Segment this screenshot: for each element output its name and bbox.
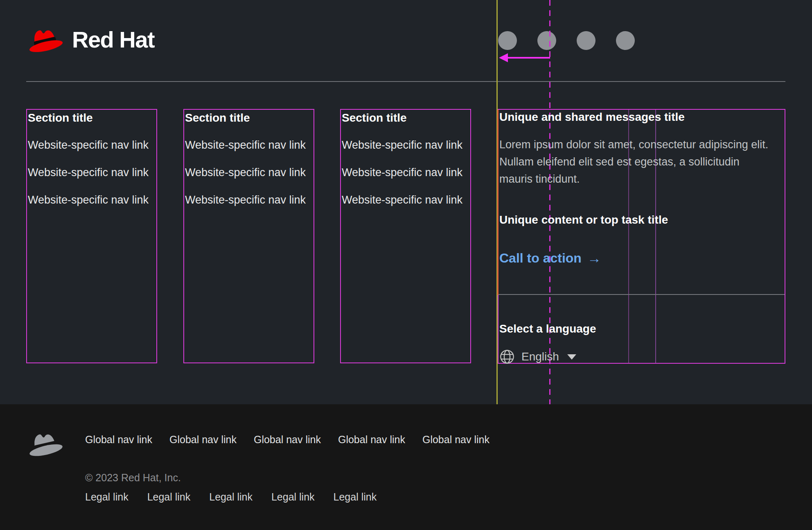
globe-icon bbox=[499, 349, 515, 365]
redhat-logo[interactable]: Red Hat bbox=[25, 25, 154, 55]
header-divider bbox=[26, 81, 785, 82]
global-nav-link[interactable]: Global nav link bbox=[254, 433, 321, 446]
legal-link[interactable]: Legal link bbox=[85, 491, 129, 503]
legal-link[interactable]: Legal link bbox=[271, 491, 315, 503]
call-to-action-label: Call to action bbox=[499, 249, 582, 267]
top-task-title: Unique content or top task title bbox=[499, 213, 668, 227]
redhat-hat-icon bbox=[25, 25, 65, 55]
social-icon-placeholder-1[interactable] bbox=[498, 31, 517, 50]
website-nav-link[interactable]: Website-specific nav link bbox=[185, 138, 314, 152]
website-nav-link[interactable]: Website-specific nav link bbox=[28, 193, 156, 206]
messages-body-line: Nullam eleifend elit sed est egestas, a … bbox=[499, 153, 768, 170]
copyright-text: © 2023 Red Hat, Inc. bbox=[85, 471, 181, 484]
nav-column-3: Section title Website-specific nav link … bbox=[340, 109, 471, 363]
website-nav-link[interactable]: Website-specific nav link bbox=[28, 138, 156, 152]
language-selector[interactable]: English bbox=[499, 349, 576, 365]
website-nav-link[interactable]: Website-specific nav link bbox=[185, 166, 314, 179]
social-icon-placeholder-4[interactable] bbox=[616, 31, 635, 50]
legal-link[interactable]: Legal link bbox=[209, 491, 253, 503]
messages-body-line: mauris tincidunt. bbox=[499, 170, 768, 188]
legal-link[interactable]: Legal link bbox=[147, 491, 191, 503]
hat-icon bbox=[25, 429, 65, 459]
global-footer: Global nav link Global nav link Global n… bbox=[0, 404, 812, 530]
chevron-down-icon bbox=[567, 354, 576, 360]
language-heading: Select a language bbox=[499, 322, 596, 336]
section-title: Section title bbox=[28, 111, 156, 125]
messages-panel: Unique and shared messages title Lorem i… bbox=[498, 109, 785, 364]
measure-arrow-line bbox=[508, 57, 550, 59]
website-nav-link[interactable]: Website-specific nav link bbox=[28, 166, 156, 179]
selected-language: English bbox=[521, 349, 559, 365]
spacing-guide-orange-line bbox=[497, 110, 498, 295]
language-section-divider bbox=[498, 294, 785, 295]
redhat-hat-mark-gray[interactable] bbox=[25, 429, 65, 459]
website-nav-link[interactable]: Website-specific nav link bbox=[342, 166, 470, 179]
global-nav-link[interactable]: Global nav link bbox=[338, 433, 405, 446]
arrow-right-icon: → bbox=[587, 249, 601, 267]
legal-link[interactable]: Legal link bbox=[334, 491, 377, 503]
social-icon-placeholder-2[interactable] bbox=[537, 31, 556, 50]
social-icon-placeholder-3[interactable] bbox=[577, 31, 595, 50]
section-title: Section title bbox=[342, 111, 470, 125]
messages-body-line: Lorem ipsum dolor sit amet, consectetur … bbox=[499, 136, 768, 153]
nav-column-2: Section title Website-specific nav link … bbox=[183, 109, 314, 363]
website-nav-link[interactable]: Website-specific nav link bbox=[185, 193, 314, 206]
website-nav-link[interactable]: Website-specific nav link bbox=[342, 138, 470, 152]
messages-title: Unique and shared messages title bbox=[499, 110, 685, 125]
website-nav-link[interactable]: Website-specific nav link bbox=[342, 193, 470, 206]
measure-arrow-head-icon bbox=[499, 53, 508, 62]
logo-wordmark: Red Hat bbox=[72, 26, 154, 53]
messages-body: Lorem ipsum dolor sit amet, consectetur … bbox=[499, 136, 768, 188]
section-title: Section title bbox=[185, 111, 314, 125]
page: Red Hat Section title Website-specific n… bbox=[0, 0, 812, 530]
global-nav-link[interactable]: Global nav link bbox=[169, 433, 237, 446]
global-nav: Global nav link Global nav link Global n… bbox=[85, 433, 489, 446]
call-to-action-link[interactable]: Call to action → bbox=[499, 249, 601, 267]
nav-column-1: Section title Website-specific nav link … bbox=[26, 109, 157, 363]
legal-nav: Legal link Legal link Legal link Legal l… bbox=[85, 491, 377, 503]
global-nav-link[interactable]: Global nav link bbox=[85, 433, 152, 446]
global-nav-link[interactable]: Global nav link bbox=[422, 433, 489, 446]
